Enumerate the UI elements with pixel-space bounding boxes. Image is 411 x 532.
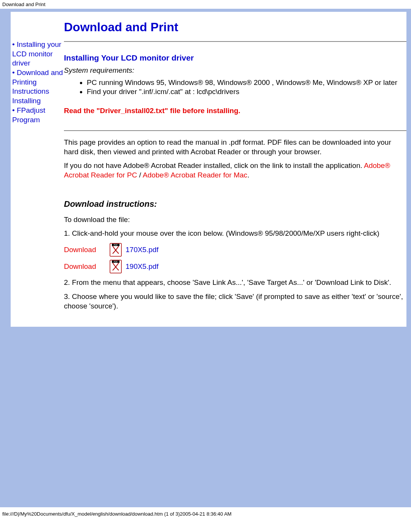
pdf-file-link[interactable]: 190X5.pdf bbox=[126, 262, 159, 271]
footer-path: file:///D|/My%20Documents/dfu/X_model/en… bbox=[0, 507, 411, 519]
pdf-info-paragraph: This page provides an option to read the… bbox=[64, 138, 406, 157]
svg-text:PDF: PDF bbox=[114, 260, 118, 263]
requirement-item: Find your driver ".inf/.icm/.cat" at : l… bbox=[87, 88, 406, 96]
download-step-3: 3. Choose where you would like to save t… bbox=[64, 292, 406, 311]
sidebar-link[interactable]: FPadjust Program bbox=[12, 106, 45, 124]
download-instructions-title: Download instructions: bbox=[64, 199, 406, 209]
page-title: Download and Print bbox=[64, 20, 406, 34]
slash-separator: / bbox=[139, 171, 143, 179]
to-download-label: To download the file: bbox=[64, 215, 406, 225]
bullet-icon: • bbox=[12, 40, 15, 48]
top-small-title: Download and Print bbox=[0, 0, 411, 9]
download-label: Download bbox=[64, 246, 110, 254]
requirements-list: PC running Windows 95, Windows® 98, Wind… bbox=[64, 78, 406, 96]
bullet-icon: • bbox=[12, 69, 15, 77]
download-label: Download bbox=[64, 262, 110, 271]
sidebar-link[interactable]: Installing your LCD monitor driver bbox=[12, 40, 61, 67]
svg-text:PDF: PDF bbox=[114, 244, 118, 246]
main-content: Download and Print Installing Your LCD m… bbox=[64, 12, 406, 327]
bullet-icon: • bbox=[12, 106, 15, 114]
sidebar-item-download-instructions[interactable]: • Download and Printing Instructions Ins… bbox=[12, 68, 64, 106]
system-requirements-label: System requirements: bbox=[64, 66, 406, 75]
page-inner: • Installing your LCD monitor driver • D… bbox=[11, 12, 406, 327]
acrobat-paragraph: If you do not have Adobe® Acrobat Reader… bbox=[64, 161, 406, 180]
requirement-item: PC running Windows 95, Windows® 98, Wind… bbox=[87, 78, 406, 87]
pdf-icon[interactable]: PDF bbox=[110, 243, 122, 257]
download-row: Download PDF 190X5.pdf bbox=[64, 260, 406, 273]
acrobat-mac-link[interactable]: Adobe® Acrobat Reader for Mac bbox=[143, 171, 247, 179]
sidebar-item-install-driver[interactable]: • Installing your LCD monitor driver bbox=[12, 40, 64, 68]
page-outer: • Installing your LCD monitor driver • D… bbox=[0, 9, 411, 519]
divider bbox=[64, 130, 406, 131]
download-step-1: 1. Click-and-hold your mouse over the ic… bbox=[64, 229, 406, 238]
period: . bbox=[247, 171, 249, 179]
pdf-icon[interactable]: PDF bbox=[110, 260, 122, 273]
divider bbox=[64, 41, 406, 42]
pdf-file-link[interactable]: 170X5.pdf bbox=[126, 246, 159, 254]
sidebar-item-fpadjust[interactable]: • FPadjust Program bbox=[12, 106, 64, 125]
sidebar-nav: • Installing your LCD monitor driver • D… bbox=[11, 12, 64, 125]
download-step-2: 2. From the menu that appears, choose 'S… bbox=[64, 278, 406, 288]
acrobat-intro: If you do not have Adobe® Acrobat Reader… bbox=[64, 161, 364, 169]
sidebar-link[interactable]: Download and Printing Instructions Insta… bbox=[12, 69, 63, 105]
section-title-install: Installing Your LCD monitor driver bbox=[64, 53, 406, 62]
download-row: Download PDF 170X5.pdf bbox=[64, 243, 406, 257]
install-warning: Read the "Driver_install02.txt" file bef… bbox=[64, 107, 406, 115]
